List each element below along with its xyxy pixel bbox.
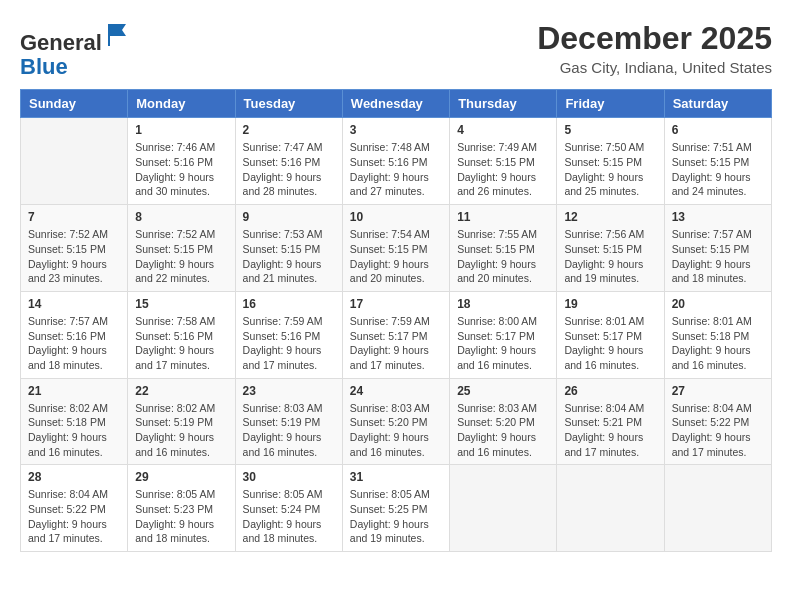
day-info: Sunrise: 8:00 AMSunset: 5:17 PMDaylight:… bbox=[457, 314, 549, 373]
calendar-cell: 22Sunrise: 8:02 AMSunset: 5:19 PMDayligh… bbox=[128, 378, 235, 465]
calendar-cell: 12Sunrise: 7:56 AMSunset: 5:15 PMDayligh… bbox=[557, 205, 664, 292]
calendar-cell bbox=[450, 465, 557, 552]
calendar-cell: 16Sunrise: 7:59 AMSunset: 5:16 PMDayligh… bbox=[235, 291, 342, 378]
calendar-body: 1Sunrise: 7:46 AMSunset: 5:16 PMDaylight… bbox=[21, 118, 772, 552]
calendar-cell: 30Sunrise: 8:05 AMSunset: 5:24 PMDayligh… bbox=[235, 465, 342, 552]
calendar-cell: 7Sunrise: 7:52 AMSunset: 5:15 PMDaylight… bbox=[21, 205, 128, 292]
calendar-cell: 20Sunrise: 8:01 AMSunset: 5:18 PMDayligh… bbox=[664, 291, 771, 378]
calendar-day-header: Sunday bbox=[21, 90, 128, 118]
calendar-cell bbox=[21, 118, 128, 205]
day-info: Sunrise: 7:48 AMSunset: 5:16 PMDaylight:… bbox=[350, 140, 442, 199]
calendar-cell: 15Sunrise: 7:58 AMSunset: 5:16 PMDayligh… bbox=[128, 291, 235, 378]
day-number: 5 bbox=[564, 123, 656, 137]
day-number: 11 bbox=[457, 210, 549, 224]
day-number: 29 bbox=[135, 470, 227, 484]
day-number: 27 bbox=[672, 384, 764, 398]
calendar-week-row: 1Sunrise: 7:46 AMSunset: 5:16 PMDaylight… bbox=[21, 118, 772, 205]
day-number: 21 bbox=[28, 384, 120, 398]
day-info: Sunrise: 8:02 AMSunset: 5:19 PMDaylight:… bbox=[135, 401, 227, 460]
day-number: 26 bbox=[564, 384, 656, 398]
day-info: Sunrise: 8:02 AMSunset: 5:18 PMDaylight:… bbox=[28, 401, 120, 460]
svg-marker-0 bbox=[108, 24, 126, 46]
calendar-cell bbox=[557, 465, 664, 552]
day-info: Sunrise: 7:53 AMSunset: 5:15 PMDaylight:… bbox=[243, 227, 335, 286]
day-info: Sunrise: 8:03 AMSunset: 5:20 PMDaylight:… bbox=[457, 401, 549, 460]
day-number: 20 bbox=[672, 297, 764, 311]
day-info: Sunrise: 8:04 AMSunset: 5:21 PMDaylight:… bbox=[564, 401, 656, 460]
day-number: 10 bbox=[350, 210, 442, 224]
calendar-cell: 9Sunrise: 7:53 AMSunset: 5:15 PMDaylight… bbox=[235, 205, 342, 292]
day-number: 2 bbox=[243, 123, 335, 137]
day-number: 1 bbox=[135, 123, 227, 137]
calendar-cell: 3Sunrise: 7:48 AMSunset: 5:16 PMDaylight… bbox=[342, 118, 449, 205]
calendar-week-row: 14Sunrise: 7:57 AMSunset: 5:16 PMDayligh… bbox=[21, 291, 772, 378]
logo-flag-icon bbox=[104, 20, 134, 50]
day-info: Sunrise: 7:59 AMSunset: 5:16 PMDaylight:… bbox=[243, 314, 335, 373]
day-info: Sunrise: 7:49 AMSunset: 5:15 PMDaylight:… bbox=[457, 140, 549, 199]
day-info: Sunrise: 7:50 AMSunset: 5:15 PMDaylight:… bbox=[564, 140, 656, 199]
day-info: Sunrise: 7:52 AMSunset: 5:15 PMDaylight:… bbox=[135, 227, 227, 286]
day-number: 12 bbox=[564, 210, 656, 224]
calendar-cell: 27Sunrise: 8:04 AMSunset: 5:22 PMDayligh… bbox=[664, 378, 771, 465]
calendar-cell: 18Sunrise: 8:00 AMSunset: 5:17 PMDayligh… bbox=[450, 291, 557, 378]
calendar-table: SundayMondayTuesdayWednesdayThursdayFrid… bbox=[20, 89, 772, 552]
location: Gas City, Indiana, United States bbox=[537, 59, 772, 76]
calendar-day-header: Friday bbox=[557, 90, 664, 118]
calendar-cell: 6Sunrise: 7:51 AMSunset: 5:15 PMDaylight… bbox=[664, 118, 771, 205]
calendar-week-row: 28Sunrise: 8:04 AMSunset: 5:22 PMDayligh… bbox=[21, 465, 772, 552]
calendar-cell: 31Sunrise: 8:05 AMSunset: 5:25 PMDayligh… bbox=[342, 465, 449, 552]
day-number: 4 bbox=[457, 123, 549, 137]
month-title: December 2025 bbox=[537, 20, 772, 57]
day-number: 18 bbox=[457, 297, 549, 311]
calendar-cell: 1Sunrise: 7:46 AMSunset: 5:16 PMDaylight… bbox=[128, 118, 235, 205]
calendar-week-row: 21Sunrise: 8:02 AMSunset: 5:18 PMDayligh… bbox=[21, 378, 772, 465]
calendar-cell: 13Sunrise: 7:57 AMSunset: 5:15 PMDayligh… bbox=[664, 205, 771, 292]
day-info: Sunrise: 8:05 AMSunset: 5:24 PMDaylight:… bbox=[243, 487, 335, 546]
day-number: 3 bbox=[350, 123, 442, 137]
day-number: 15 bbox=[135, 297, 227, 311]
day-info: Sunrise: 8:03 AMSunset: 5:20 PMDaylight:… bbox=[350, 401, 442, 460]
calendar-day-header: Saturday bbox=[664, 90, 771, 118]
day-info: Sunrise: 7:46 AMSunset: 5:16 PMDaylight:… bbox=[135, 140, 227, 199]
day-number: 23 bbox=[243, 384, 335, 398]
calendar-day-header: Monday bbox=[128, 90, 235, 118]
day-info: Sunrise: 8:03 AMSunset: 5:19 PMDaylight:… bbox=[243, 401, 335, 460]
day-info: Sunrise: 7:57 AMSunset: 5:16 PMDaylight:… bbox=[28, 314, 120, 373]
calendar-header-row: SundayMondayTuesdayWednesdayThursdayFrid… bbox=[21, 90, 772, 118]
day-number: 14 bbox=[28, 297, 120, 311]
day-number: 28 bbox=[28, 470, 120, 484]
day-number: 7 bbox=[28, 210, 120, 224]
day-info: Sunrise: 8:01 AMSunset: 5:17 PMDaylight:… bbox=[564, 314, 656, 373]
calendar-cell: 23Sunrise: 8:03 AMSunset: 5:19 PMDayligh… bbox=[235, 378, 342, 465]
logo-general: General bbox=[20, 30, 102, 55]
day-info: Sunrise: 8:01 AMSunset: 5:18 PMDaylight:… bbox=[672, 314, 764, 373]
day-info: Sunrise: 7:52 AMSunset: 5:15 PMDaylight:… bbox=[28, 227, 120, 286]
calendar-cell: 21Sunrise: 8:02 AMSunset: 5:18 PMDayligh… bbox=[21, 378, 128, 465]
calendar-cell: 28Sunrise: 8:04 AMSunset: 5:22 PMDayligh… bbox=[21, 465, 128, 552]
day-info: Sunrise: 7:54 AMSunset: 5:15 PMDaylight:… bbox=[350, 227, 442, 286]
calendar-cell bbox=[664, 465, 771, 552]
calendar-cell: 10Sunrise: 7:54 AMSunset: 5:15 PMDayligh… bbox=[342, 205, 449, 292]
day-info: Sunrise: 7:58 AMSunset: 5:16 PMDaylight:… bbox=[135, 314, 227, 373]
day-number: 8 bbox=[135, 210, 227, 224]
calendar-cell: 8Sunrise: 7:52 AMSunset: 5:15 PMDaylight… bbox=[128, 205, 235, 292]
day-number: 31 bbox=[350, 470, 442, 484]
day-number: 25 bbox=[457, 384, 549, 398]
calendar-cell: 11Sunrise: 7:55 AMSunset: 5:15 PMDayligh… bbox=[450, 205, 557, 292]
day-info: Sunrise: 7:47 AMSunset: 5:16 PMDaylight:… bbox=[243, 140, 335, 199]
day-info: Sunrise: 7:57 AMSunset: 5:15 PMDaylight:… bbox=[672, 227, 764, 286]
calendar-cell: 19Sunrise: 8:01 AMSunset: 5:17 PMDayligh… bbox=[557, 291, 664, 378]
day-number: 9 bbox=[243, 210, 335, 224]
day-number: 17 bbox=[350, 297, 442, 311]
calendar-cell: 14Sunrise: 7:57 AMSunset: 5:16 PMDayligh… bbox=[21, 291, 128, 378]
calendar-cell: 25Sunrise: 8:03 AMSunset: 5:20 PMDayligh… bbox=[450, 378, 557, 465]
day-number: 30 bbox=[243, 470, 335, 484]
day-info: Sunrise: 8:05 AMSunset: 5:23 PMDaylight:… bbox=[135, 487, 227, 546]
day-info: Sunrise: 7:59 AMSunset: 5:17 PMDaylight:… bbox=[350, 314, 442, 373]
logo-blue: Blue bbox=[20, 54, 68, 79]
day-number: 22 bbox=[135, 384, 227, 398]
calendar-day-header: Tuesday bbox=[235, 90, 342, 118]
calendar-day-header: Wednesday bbox=[342, 90, 449, 118]
calendar-cell: 24Sunrise: 8:03 AMSunset: 5:20 PMDayligh… bbox=[342, 378, 449, 465]
day-number: 16 bbox=[243, 297, 335, 311]
